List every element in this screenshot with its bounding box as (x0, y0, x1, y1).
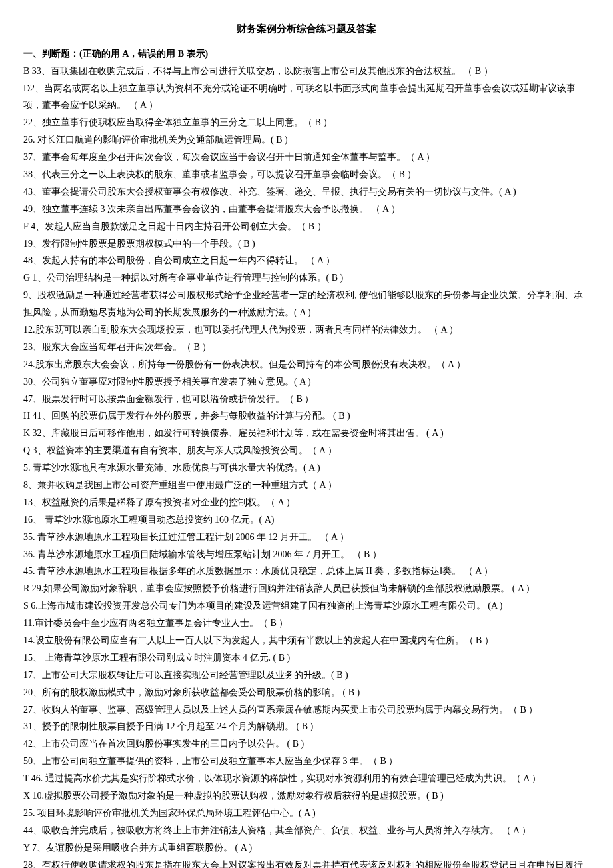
question-item: 48、发起人持有的本公司股份，自公司成立之日起一年内不得转让。 （ A ） (23, 252, 590, 269)
question-item: 15、 上海青草沙原水工程有限公司刚成立时注册资本 4 亿元. ( B ) (23, 649, 590, 667)
question-item: 36. 青草沙水源地原水工程项目陆域输水管线与增压泵站计划 2006 年 7 月… (23, 546, 590, 563)
question-item: 5. 青草沙水源地具有水源水量充沛、水质优良与可供水量大的优势。( A ) (23, 459, 590, 477)
question-item: 44、吸收合并完成后，被吸收方将终止上市并注销法人资格，其全部资产、负债、权益、… (23, 822, 590, 839)
question-item: 9、股权激励是一种通过经营者获得公司股权形式给予企业经营者一定的经济权利, 使他… (23, 287, 590, 321)
question-item: 13、权益融资的后果是稀释了原有投资者对企业的控制权。（ A ） (23, 494, 590, 511)
question-item: 24.股东出席股东大会会议，所持每一份股份有一份表决权。但是公司持有的本公司股份… (23, 356, 590, 373)
question-item: Y 7、友谊股份是采用吸收合并方式重组百联股份。 ( A ) (23, 839, 590, 857)
question-item: 16、 青草沙水源地原水工程项目动态总投资约 160 亿元。( A) (23, 511, 590, 529)
question-item: 47、股票发行时可以按票面金额发行，也可以溢价或折价发行。（ B ） (23, 391, 590, 408)
question-item: G 1、公司治理结构是一种据以对所有企事业单位进行管理与控制的体系。( B ) (23, 269, 590, 287)
section-header: 一、判断题：(正确的用 A，错误的用 B 表示) (23, 45, 590, 63)
question-item: 23、股东大会应当每年召开两次年会。（ B ） (23, 339, 590, 356)
question-item: 25. 项目环境影响评价审批机关为国家环保总局环境工程评估中心。( A ) (23, 805, 590, 822)
question-item: 30、公司独立董事应对限制性股票授予相关事宜发表了独立意见。( A ) (23, 373, 590, 391)
question-item: 26. 对长江口航道的影响评价审批机关为交通部航运管理局。( B ) (23, 131, 590, 149)
question-item: Q 3、权益资本的主要渠道有自有资本、朋友与亲人或风险投资公司。（ A ） (23, 442, 590, 459)
page-title: 财务案例分析综合练习题及答案 (23, 20, 590, 39)
question-item: 12.股东既可以亲自到股东大会现场投票，也可以委托代理人代为投票，两者具有同样的… (23, 321, 590, 339)
question-item: H 41、回购的股票仍属于发行在外的股票，并参与每股收益的计算与分配。 ( B … (23, 407, 590, 425)
question-item: 19、发行限制性股票是股票期权模式中的一个手段。( B ) (23, 235, 590, 253)
question-item: S 6.上海市城市建设投资开发总公司专门为本项目的建设及运营组建了国有独资的上海… (23, 597, 590, 615)
question-item: K 32、库藏股日后可移作他用，如发行可转换债券、雇员福利计划等，或在需要资金时… (23, 425, 590, 442)
question-item: 45. 青草沙水源地原水工程项目根据多年的水质数据显示：水质优良稳定，总体上属 … (23, 563, 590, 580)
question-item: 42、上市公司应当在首次回购股份事实发生的三日内予以公告。 ( B ) (23, 735, 590, 753)
question-item: X 10.虚拟股票公司授予激励对象的是一种虚拟的股票认购权，激励对象行权后获得的… (23, 787, 590, 805)
question-item: T 46. 通过提高水价尤其是实行阶梯式水价，以体现水资源的稀缺性，实现对水资源… (23, 770, 590, 787)
question-item: 14.设立股份有限公司应当有二人以上一百人以下为发起人，其中须有半数以上的发起人… (23, 632, 590, 649)
question-item: 8、兼并收购是我国上市公司资产重组当中使用最广泛的一种重组方式（ A ） (23, 477, 590, 494)
question-item: 27、收购人的董事、监事、高级管理人员以及上述人员的直系亲属在敏感期内买卖上市公… (23, 701, 590, 719)
question-item: 50、上市公司向独立董事提供的资料，上市公司及独立董事本人应当至少保存 3 年。… (23, 753, 590, 770)
question-item: 49、独立董事连续 3 次未亲自出席董事会会议的，由董事会提请股东大会予以撤换。… (23, 201, 590, 218)
question-item: B 33、百联集团在收购完成后，不得与上市公司进行关联交易，以防损害上市公司及其… (23, 63, 590, 80)
question-item: 31、授予的限制性股票自授予日满 12 个月起至 24 个月为解锁期。 ( B … (23, 718, 590, 735)
questions-list: B 33、百联集团在收购完成后，不得与上市公司进行关联交易，以防损害上市公司及其… (23, 63, 590, 868)
question-item: 38、代表三分之一以上表决权的股东、董事或者监事会，可以提议召开董事会临时会议。… (23, 166, 590, 183)
question-item: F 4、发起人应当自股款缴足之日起十日内主持召开公司创立大会。（ B ） (23, 218, 590, 235)
question-item: 17、上市公司大宗股权转让后可以直接实现公司经营管理以及业务的升级。( B ) (23, 667, 590, 684)
question-item: 28、有权行使收购请求权的股东是指在股东大会上对议案投出有效反对票并持有代表该反… (23, 857, 590, 868)
question-item: 37、董事会每年度至少召开两次会议，每次会议应当于会议召开十日前通知全体董事与监… (23, 149, 590, 166)
question-item: 35. 青草沙水源地原水工程项目长江过江管工程计划 2006 年 12 月开工。… (23, 529, 590, 546)
question-item: 20、所有的股权激励模式中，激励对象所获收益都会受公司股票价格的影响。 ( B … (23, 684, 590, 701)
question-item: D2、当两名或两名以上独立董事认为资料不充分或论证不明确时，可联名以书面形式向董… (23, 80, 590, 115)
question-item: 43、董事会提请公司股东大会授权董事会有权修改、补充、签署、递交、呈报、执行与交… (23, 183, 590, 201)
question-item: 11.审计委员会中至少应有两名独立董事是会计专业人士。（ B ） (23, 615, 590, 632)
question-item: R 29.如果公司激励对象辞职，董事会应按照授予价格进行回购并注销该辞人员已获授… (23, 580, 590, 597)
question-item: 22、独立董事行使职权应当取得全体独立董事的三分之二以上同意。（ B ） (23, 114, 590, 131)
